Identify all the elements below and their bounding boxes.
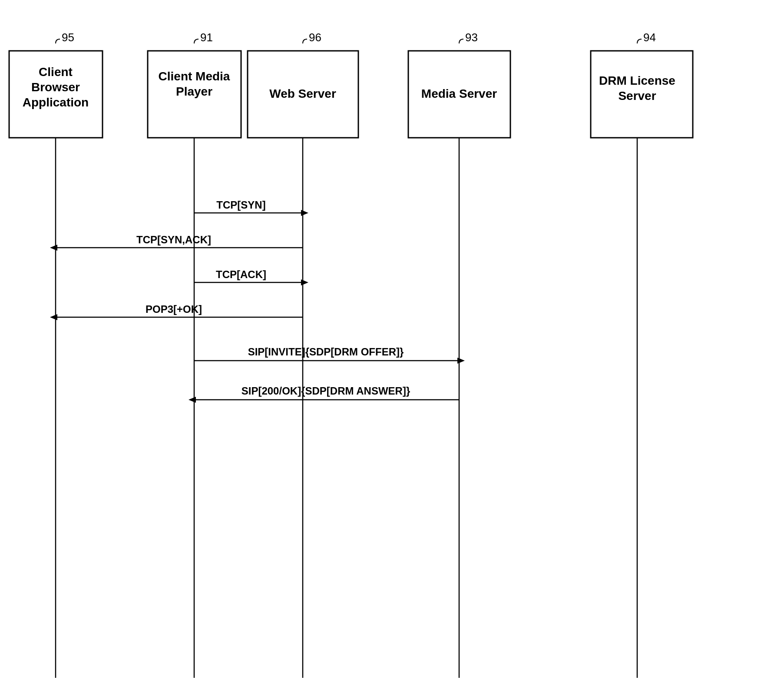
svg-text:96: 96 — [309, 31, 321, 44]
svg-text:SIP[200/OK]{SDP[DRM ANSWER]}: SIP[200/OK]{SDP[DRM ANSWER]} — [241, 385, 410, 397]
svg-text:TCP[ACK]: TCP[ACK] — [216, 269, 266, 280]
svg-text:SIP[INVITE]{SDP[DRM OFFER]}: SIP[INVITE]{SDP[DRM OFFER]} — [248, 346, 404, 358]
svg-text:95: 95 — [62, 31, 74, 44]
svg-marker-40 — [189, 397, 196, 403]
svg-text:91: 91 — [200, 31, 213, 44]
svg-text:TCP[SYN]: TCP[SYN] — [216, 199, 265, 211]
entity-client-browser — [9, 51, 103, 138]
diagram-container: Client Browser Application 95 Client Med… — [0, 0, 784, 690]
entity-client-media-player — [148, 51, 241, 138]
svg-marker-34 — [50, 314, 57, 320]
svg-text:94: 94 — [643, 31, 656, 44]
svg-marker-37 — [457, 358, 465, 364]
svg-text:TCP[SYN,ACK]: TCP[SYN,ACK] — [136, 234, 211, 245]
entity-media-server — [408, 51, 510, 138]
entity-web-server — [248, 51, 358, 138]
svg-text:POP3[+OK]: POP3[+OK] — [146, 303, 202, 315]
svg-marker-25 — [301, 210, 308, 216]
entity-drm-license-server — [591, 51, 693, 138]
svg-text:93: 93 — [465, 31, 478, 44]
svg-marker-31 — [301, 279, 308, 285]
svg-marker-28 — [50, 245, 57, 251]
